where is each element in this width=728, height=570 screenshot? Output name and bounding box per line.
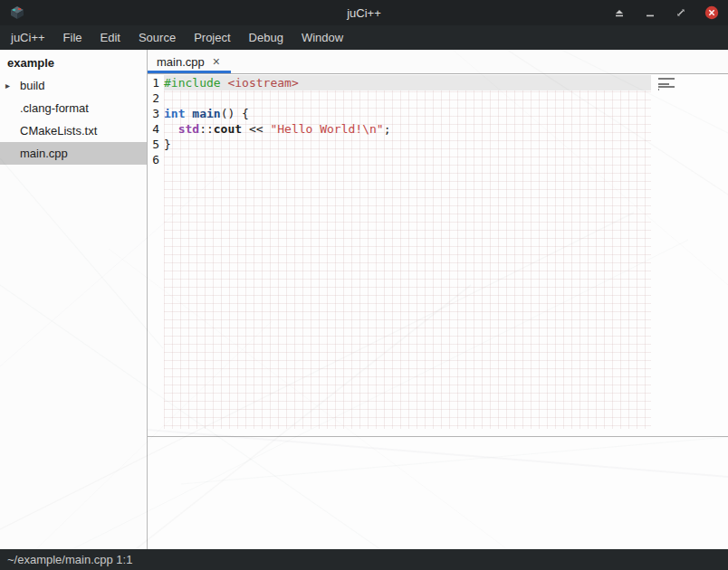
window-controls	[612, 5, 719, 20]
code-line[interactable]: 2	[150, 90, 651, 106]
file-tree-panel: example ▸build.clang-formatCMakeLists.tx…	[0, 50, 148, 549]
file-label: .clang-format	[20, 101, 89, 115]
titlebar[interactable]: juCi++	[0, 0, 728, 25]
line-number: 4	[150, 121, 159, 137]
line-number: 1	[150, 75, 159, 90]
code-line[interactable]: 4 std::cout << "Hello World!\n";	[150, 121, 651, 137]
overview-line-mark	[658, 86, 675, 88]
line-number: 6	[150, 152, 159, 167]
minimize-button[interactable]	[643, 5, 657, 20]
menu-item-source[interactable]: Source	[129, 26, 185, 49]
code-segment-string: "Hello World!\n"	[270, 122, 383, 136]
file-tree: ▸build.clang-formatCMakeLists.txtmain.cp…	[0, 74, 147, 165]
code-segment-keyword: int	[164, 107, 185, 120]
code-text: std::cout << "Hello World!\n";	[164, 121, 651, 137]
restore-button[interactable]	[674, 5, 688, 20]
statusbar: ~/example/main.cpp 1:1	[0, 549, 728, 570]
code-segment-plain: ::	[199, 122, 214, 136]
menu-item-juci[interactable]: juCi++	[2, 26, 54, 49]
line-number: 2	[150, 90, 159, 106]
code-line[interactable]: 1#include <iostream>	[150, 75, 651, 90]
menu-item-file[interactable]: File	[54, 26, 91, 49]
app-window: juCi++	[0, 0, 728, 570]
code-segment-plain: () {	[221, 107, 249, 120]
code-text: }	[164, 137, 651, 152]
code-rows: 1#include <iostream>23int main() {4 std:…	[148, 74, 651, 167]
terminal-pane[interactable]	[148, 436, 728, 549]
app-icon	[9, 5, 25, 20]
code-line[interactable]: 3int main() {	[150, 106, 651, 121]
code-segment-bold: cout	[214, 122, 242, 136]
overview-line-mark	[658, 89, 659, 90]
editor-column: main.cpp× 1#include <iostream>23int main…	[148, 50, 728, 549]
sidebar-item-cmakelists-txt[interactable]: CMakeLists.txt	[0, 119, 147, 142]
tab-close-icon[interactable]: ×	[213, 55, 220, 68]
keep-above-button[interactable]	[612, 5, 627, 20]
code-editor[interactable]: 1#include <iostream>23int main() {4 std:…	[148, 74, 728, 436]
code-segment-plain: <<	[242, 122, 270, 136]
menubar: juCi++FileEditSourceProjectDebugWindow	[0, 25, 728, 50]
overview-line-mark	[658, 83, 669, 85]
menu-item-window[interactable]: Window	[292, 26, 352, 49]
code-segment-plain: }	[164, 138, 171, 151]
code-segment-plain	[164, 122, 178, 136]
sidebar-item-main-cpp[interactable]: main.cpp	[0, 142, 147, 165]
code-segment-include-path: <iostream>	[227, 76, 298, 90]
menu-item-edit[interactable]: Edit	[91, 26, 129, 49]
code-text	[164, 90, 651, 106]
overview-map[interactable]	[658, 78, 678, 94]
overview-line-mark	[658, 78, 675, 80]
code-segment-plain: ;	[384, 122, 391, 136]
file-label: build	[20, 79, 44, 92]
content-area: example ▸build.clang-formatCMakeLists.tx…	[0, 50, 728, 549]
status-file-position: ~/example/main.cpp 1:1	[7, 553, 132, 566]
line-number: 3	[150, 106, 159, 121]
tab-label: main.cpp	[157, 55, 205, 69]
code-line[interactable]: 5}	[150, 137, 651, 152]
menu-item-project[interactable]: Project	[185, 26, 239, 49]
tab-bar: main.cpp×	[148, 50, 728, 74]
sidebar-item-build[interactable]: ▸build	[0, 74, 147, 97]
code-segment-function: main	[192, 107, 220, 120]
expander-icon[interactable]: ▸	[5, 81, 20, 90]
file-label: main.cpp	[20, 147, 68, 160]
file-label: CMakeLists.txt	[20, 124, 97, 138]
project-root-label: example	[0, 50, 147, 74]
code-text: int main() {	[164, 106, 651, 121]
code-text	[164, 152, 651, 167]
sidebar-item-clang-format[interactable]: .clang-format	[0, 97, 147, 119]
close-button[interactable]	[704, 5, 719, 20]
line-number: 5	[150, 137, 159, 152]
code-segment-preproc: #include	[164, 76, 221, 90]
tab-main-cpp[interactable]: main.cpp×	[148, 50, 231, 73]
code-segment-namespace: std	[178, 122, 199, 136]
code-line[interactable]: 6	[150, 152, 651, 167]
code-text: #include <iostream>	[164, 75, 651, 90]
menu-item-debug[interactable]: Debug	[240, 26, 292, 49]
